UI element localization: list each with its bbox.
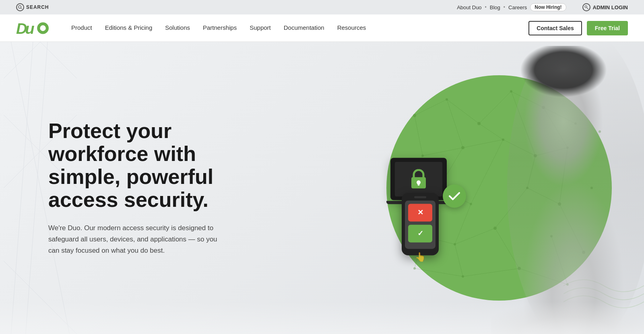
nav-actions: Contact Sales Free Trial xyxy=(528,21,628,35)
nav-partnerships[interactable]: Partnerships xyxy=(196,14,243,42)
blog-link[interactable]: Blog xyxy=(490,4,500,10)
contact-sales-button[interactable]: Contact Sales xyxy=(528,21,582,35)
svg-point-8 xyxy=(40,25,45,31)
nav-solutions[interactable]: Solutions xyxy=(159,14,196,42)
nav-product[interactable]: Product xyxy=(65,14,99,42)
separator-1: • xyxy=(485,4,487,10)
svg-line-4 xyxy=(587,8,588,9)
top-bar-search: SEARCH xyxy=(16,3,49,11)
top-bar: SEARCH About Duo • Blog • Careers Now Hi… xyxy=(0,0,644,14)
checkmark-icon xyxy=(449,192,460,200)
svg-point-2 xyxy=(585,6,587,8)
svg-line-54 xyxy=(423,148,463,156)
hero-fog xyxy=(0,302,644,334)
check-badge xyxy=(443,184,466,208)
svg-line-15 xyxy=(4,42,40,78)
svg-line-49 xyxy=(415,115,423,156)
about-duo-link[interactable]: About Duo xyxy=(457,4,481,10)
hero-illustration: ✕ ✓ 👆 xyxy=(338,42,644,334)
hero-person xyxy=(459,42,644,334)
hero-headline: Protect your workforce with simple, powe… xyxy=(48,120,225,212)
nav-editions-pricing[interactable]: Editions & Pricing xyxy=(99,14,159,42)
admin-login-label: ADMIN LOGIN xyxy=(593,4,628,10)
admin-login-button[interactable]: ADMIN LOGIN xyxy=(582,3,628,11)
separator-2: • xyxy=(504,4,505,10)
search-button[interactable]: SEARCH xyxy=(16,3,49,11)
duo-logo-svg: D u xyxy=(16,21,49,35)
nav-resources[interactable]: Resources xyxy=(331,14,373,42)
lock-icon xyxy=(410,169,427,189)
hero-section: Protect your workforce with simple, powe… xyxy=(0,42,644,334)
hero-content: Protect your workforce with simple, powe… xyxy=(0,87,225,289)
hero-subtext: We're Duo. Our modern access security is… xyxy=(48,223,225,256)
free-trial-button[interactable]: Free Trial xyxy=(587,21,628,35)
careers-link[interactable]: Careers xyxy=(508,4,527,10)
key-icon xyxy=(582,3,590,11)
nav-documentation[interactable]: Documentation xyxy=(277,14,331,42)
svg-line-44 xyxy=(415,99,447,115)
svg-rect-81 xyxy=(418,182,420,186)
search-icon xyxy=(16,3,24,11)
top-bar-links: About Duo • Blog • Careers Now Hiring! xyxy=(457,3,566,11)
now-hiring-badge[interactable]: Now Hiring! xyxy=(530,3,566,11)
svg-line-16 xyxy=(40,42,77,78)
main-navigation: D u Product Editions & Pricing Solutions… xyxy=(0,14,644,42)
svg-point-0 xyxy=(19,6,21,8)
phone-device: ✕ ✓ 👆 xyxy=(402,193,439,255)
svg-line-1 xyxy=(21,8,22,9)
svg-text:u: u xyxy=(25,21,35,35)
svg-line-76 xyxy=(415,268,463,276)
nav-links: Product Editions & Pricing Solutions Par… xyxy=(65,14,528,42)
search-label: SEARCH xyxy=(26,4,49,10)
duo-logo[interactable]: D u xyxy=(16,21,49,35)
nav-support[interactable]: Support xyxy=(243,14,277,42)
